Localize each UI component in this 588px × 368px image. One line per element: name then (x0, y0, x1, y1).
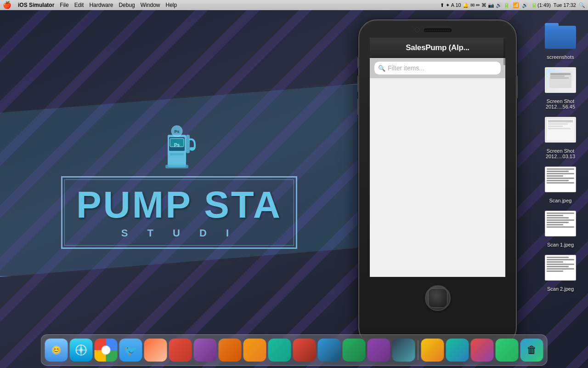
menubar-icons: ⬆ ✦ A 10 🔔 ✉ ✏ ⌘ 📷 🔊 🔋 (440, 2, 510, 8)
file-menu[interactable]: File (60, 2, 68, 8)
dock-icon-app8[interactable] (318, 339, 341, 362)
desktop-icon-scan1[interactable]: Scan 1.jpeg (537, 207, 583, 247)
dock-icon-chrome[interactable] (95, 339, 118, 362)
scan-line (547, 259, 574, 260)
scan-line (547, 178, 574, 179)
iphone-mute-button[interactable] (357, 57, 359, 68)
desktop-icon-scan2[interactable]: Scan 2.jpeg (537, 251, 583, 292)
desktop-icon-screenshots-folder[interactable]: screenshots (537, 19, 583, 60)
desktop-icon-label: Screen Shot 2012....03.13 (540, 148, 581, 159)
ios-scroll-indicator (503, 38, 505, 65)
help-menu[interactable]: Help (165, 2, 177, 8)
dock-icon-app4[interactable] (219, 339, 242, 362)
app-name-menu[interactable]: iOS Simulator (18, 2, 54, 8)
iphone-body: SalesPump (Alp... 🔍 Filter items... (358, 19, 517, 346)
folder-icon (545, 23, 576, 49)
scan-img (544, 163, 577, 196)
dock-icon-safari[interactable] (70, 339, 93, 362)
iphone-speaker (424, 29, 452, 32)
apple-menu[interactable]: 🍎 (3, 1, 11, 9)
edit-menu[interactable]: Edit (74, 2, 84, 8)
scan-line (547, 266, 569, 267)
debug-menu[interactable]: Debug (119, 2, 135, 8)
iphone-home-button[interactable] (425, 285, 451, 311)
ios-search-inner[interactable]: 🔍 Filter items... (374, 62, 501, 75)
dock-icon-app3[interactable] (194, 339, 217, 362)
scan-line (547, 171, 569, 172)
scan1-img (544, 207, 577, 240)
dock-icon-app11[interactable] (392, 339, 415, 362)
dock-icon-app10[interactable] (368, 339, 390, 362)
scan-line (547, 268, 574, 270)
screenshot2-thumb (545, 117, 576, 143)
svg-rect-3 (186, 135, 190, 153)
svg-rect-7 (165, 165, 188, 168)
desktop: Ps Ps PUMP STA S T U D I SalesPump (Alp.… (0, 10, 588, 368)
ios-search-bar[interactable]: 🔍 Filter items... (370, 58, 505, 78)
desktop-icon-scan[interactable]: Scan.jpeg (537, 163, 583, 203)
dock-icon-app1[interactable] (144, 339, 167, 362)
dock-icon-twitter[interactable]: 🐦 (119, 339, 142, 362)
dock-icon-app15[interactable] (496, 339, 519, 362)
dock-icon-app13[interactable] (446, 339, 469, 362)
iphone-volume-down-button[interactable] (357, 98, 359, 115)
logo-main-text: PUMP STA (76, 186, 282, 224)
scan1-thumb (545, 211, 576, 236)
scan-line (547, 180, 569, 181)
iphone-volume-up-button[interactable] (357, 75, 359, 92)
iphone-camera (415, 28, 419, 32)
desktop-icon-label: Scan 1.jpeg (547, 242, 574, 247)
hardware-menu[interactable]: Hardware (89, 2, 113, 8)
gas-pump-icon: Ps Ps (161, 121, 198, 172)
thumb-screen-inner-2 (547, 119, 574, 141)
scan-line (547, 257, 569, 258)
search-menubar-icon[interactable]: 🔍 (579, 2, 585, 8)
dock-icon-trash[interactable]: 🗑 (520, 339, 543, 362)
svg-rect-6 (170, 153, 184, 155)
svg-text:Ps: Ps (174, 143, 180, 148)
scan-line (547, 219, 574, 221)
desktop-icons: screenshots Scree (533, 10, 588, 368)
screenshot1-img (544, 63, 577, 97)
ios-search-icon: 🔍 (378, 65, 385, 72)
scan-line (547, 226, 574, 228)
scan-line (547, 213, 574, 214)
menu-bar: 🍎 iOS Simulator File Edit Hardware Debug… (0, 0, 588, 10)
dock-icon-app7[interactable] (293, 339, 316, 362)
scan-line (547, 215, 563, 216)
desktop-icon-screenshot2[interactable]: Screen Shot 2012....03.13 (537, 113, 583, 159)
desktop-icon-screenshot1[interactable]: Screen Shot 2012....56.45 (537, 63, 583, 109)
screenshot2-img (544, 113, 577, 146)
logo-sub-text: S T U D I (76, 227, 282, 239)
scan-line (547, 224, 563, 225)
scan-line (547, 182, 574, 184)
ios-navbar-title: SalesPump (Alp... (406, 43, 469, 52)
iphone-screen[interactable]: SalesPump (Alp... 🔍 Filter items... (370, 38, 505, 277)
iphone-power-button[interactable] (516, 75, 518, 98)
svg-text:😊: 😊 (52, 345, 61, 354)
window-menu[interactable]: Window (141, 2, 160, 8)
dock-icon-app14[interactable] (471, 339, 494, 362)
thumb-screen-inner (547, 69, 574, 91)
desktop-icon-label: Screen Shot 2012....56.45 (540, 98, 581, 109)
dock-icon-app2[interactable] (169, 339, 192, 362)
scan-line (547, 168, 574, 170)
ios-navbar: SalesPump (Alp... (370, 38, 505, 58)
dock-icon-app12[interactable] (421, 339, 444, 362)
screenshot1-thumb (545, 67, 576, 93)
scan-line (547, 261, 563, 263)
dock-icon-app9[interactable] (343, 339, 366, 362)
logo-box: PUMP STA S T U D I (61, 176, 297, 249)
dock-icon-app6[interactable] (268, 339, 291, 362)
scan2-img (544, 251, 577, 284)
dock-icon-finder[interactable]: 😊 (45, 339, 68, 362)
dock-icon-app5[interactable] (243, 339, 266, 362)
clock: Tue 17:32 (554, 2, 576, 8)
scan-line (547, 173, 574, 174)
desktop-icon-label: screenshots (547, 54, 574, 60)
scan-thumb (545, 167, 576, 192)
desktop-icon-label: Scan 2.jpeg (547, 286, 574, 292)
iphone-simulator: SalesPump (Alp... 🔍 Filter items... (358, 19, 517, 346)
svg-marker-16 (79, 346, 83, 354)
scan-line (547, 222, 569, 223)
